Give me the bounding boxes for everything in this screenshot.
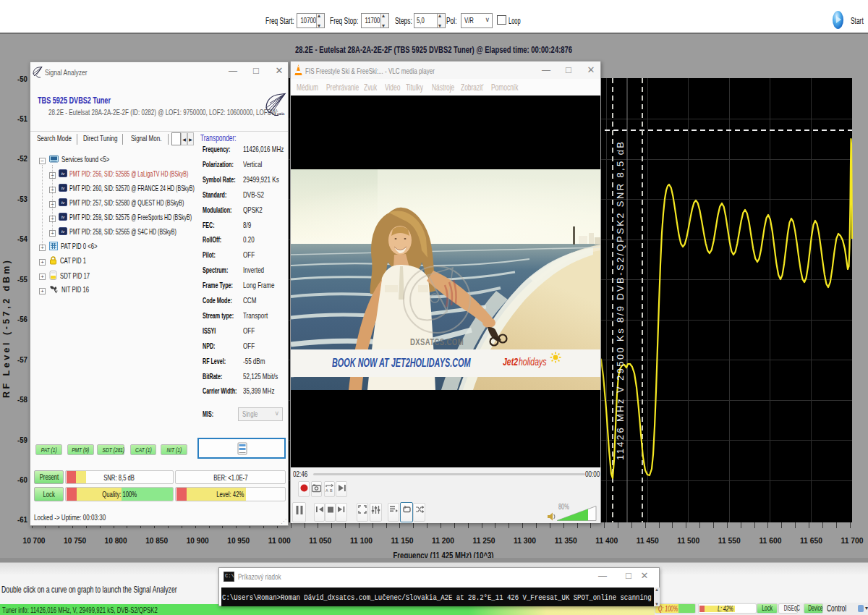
svg-text:10 800: 10 800 <box>105 536 127 545</box>
svg-text:10 700: 10 700 <box>23 536 46 545</box>
svg-text:10 950: 10 950 <box>227 536 250 545</box>
svg-text:11 450: 11 450 <box>637 536 659 545</box>
svg-text:-56: -56 <box>17 315 27 323</box>
svg-text:11 050: 11 050 <box>309 536 331 545</box>
svg-text:11 500: 11 500 <box>677 536 699 545</box>
svg-text:10 750: 10 750 <box>64 536 86 545</box>
svg-text:10 850: 10 850 <box>145 536 168 545</box>
svg-text:DXSATCS.COM: DXSATCS.COM <box>410 336 464 347</box>
svg-text:11 350: 11 350 <box>555 536 577 545</box>
svg-text:-52: -52 <box>17 154 27 163</box>
svg-text:-61: -61 <box>17 515 28 524</box>
svg-text:11 300: 11 300 <box>514 536 536 545</box>
svg-text:-55: -55 <box>17 275 28 284</box>
svg-text:-58: -58 <box>17 395 28 404</box>
svg-text:11 700: 11 700 <box>841 536 864 545</box>
svg-text:11 200: 11 200 <box>432 536 454 545</box>
svg-text:11 650: 11 650 <box>800 536 822 545</box>
svg-text:-53: -53 <box>17 195 27 203</box>
svg-text:satis: satis <box>277 111 285 116</box>
svg-text:-50: -50 <box>17 75 27 83</box>
svg-text:11 600: 11 600 <box>759 536 781 545</box>
svg-text:11 550: 11 550 <box>718 536 741 545</box>
svg-text:-59: -59 <box>17 436 27 444</box>
svg-text:11 100: 11 100 <box>350 536 373 545</box>
svg-text:-51: -51 <box>17 114 28 123</box>
svg-text:A: A <box>326 488 328 493</box>
svg-text:-60: -60 <box>17 475 27 484</box>
svg-text:11 000: 11 000 <box>268 536 291 545</box>
svg-text:11 250: 11 250 <box>473 536 495 545</box>
svg-text:-57: -57 <box>17 355 27 364</box>
svg-text:B: B <box>330 488 333 493</box>
svg-text:11 150: 11 150 <box>391 536 413 545</box>
svg-text:-54: -54 <box>17 234 28 243</box>
svg-text:10 900: 10 900 <box>187 536 209 545</box>
svg-text:11 400: 11 400 <box>595 536 618 545</box>
